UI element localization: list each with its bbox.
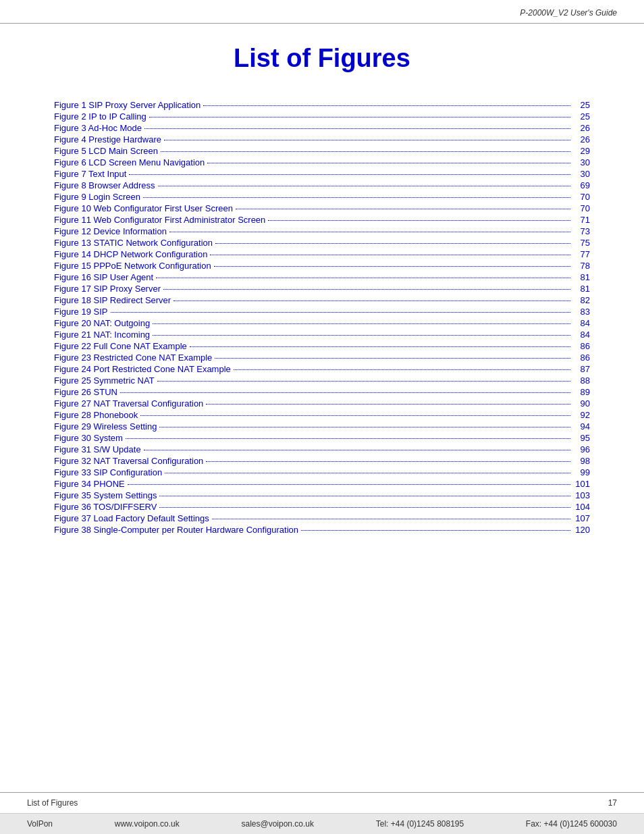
list-item: Figure 2 IP to IP Calling25 — [54, 111, 590, 122]
figure-entry[interactable]: Figure 14 DHCP Network Configuration77 — [54, 249, 590, 259]
figure-dots — [190, 346, 570, 347]
figure-entry[interactable]: Figure 26 STUN89 — [54, 387, 590, 397]
list-item: Figure 34 PHONE101 — [54, 479, 590, 489]
figure-entry[interactable]: Figure 7 Text Input30 — [54, 169, 590, 179]
figure-label[interactable]: Figure 37 Load Factory Default Settings — [54, 513, 209, 523]
figure-entry[interactable]: Figure 24 Port Restricted Cone NAT Examp… — [54, 364, 590, 374]
figure-entry[interactable]: Figure 23 Restricted Cone NAT Example86 — [54, 353, 590, 363]
figure-label[interactable]: Figure 19 SIP — [54, 307, 108, 317]
figure-label[interactable]: Figure 38 Single-Computer per Router Har… — [54, 525, 298, 535]
list-item: Figure 20 NAT: Outgoing84 — [54, 318, 590, 328]
figure-label[interactable]: Figure 18 SIP Redirect Server — [54, 295, 171, 305]
figure-label[interactable]: Figure 25 Symmetric NAT — [54, 375, 155, 386]
figure-entry[interactable]: Figure 3 Ad-Hoc Mode26 — [54, 123, 590, 133]
figure-label[interactable]: Figure 29 Wireless Setting — [54, 421, 157, 432]
figure-label[interactable]: Figure 8 Browser Address — [54, 180, 155, 190]
figure-label[interactable]: Figure 17 SIP Proxy Server — [54, 284, 161, 294]
figure-page-number: 78 — [573, 261, 590, 271]
figure-label[interactable]: Figure 11 Web Configurator First Adminis… — [54, 215, 265, 225]
list-item: Figure 29 Wireless Setting94 — [54, 421, 590, 432]
page-header: P-2000W_V2 User's Guide — [0, 0, 644, 24]
figure-label[interactable]: Figure 34 PHONE — [54, 479, 125, 489]
figure-entry[interactable]: Figure 38 Single-Computer per Router Har… — [54, 525, 590, 535]
figure-label[interactable]: Figure 10 Web Configurator First User Sc… — [54, 203, 233, 213]
figure-label[interactable]: Figure 12 Device Information — [54, 226, 167, 236]
email[interactable]: sales@voipon.co.uk — [241, 819, 314, 829]
figure-entry[interactable]: Figure 36 TOS/DIFFSERV104 — [54, 502, 590, 512]
list-item: Figure 4 Prestige Hardware26 — [54, 134, 590, 145]
figure-entry[interactable]: Figure 35 System Settings103 — [54, 490, 590, 500]
figure-entry[interactable]: Figure 17 SIP Proxy Server81 — [54, 284, 590, 294]
figure-entry[interactable]: Figure 4 Prestige Hardware26 — [54, 134, 590, 145]
figure-label[interactable]: Figure 36 TOS/DIFFSERV — [54, 502, 157, 512]
figure-entry[interactable]: Figure 11 Web Configurator First Adminis… — [54, 215, 590, 225]
figure-entry[interactable]: Figure 13 STATIC Network Configuration75 — [54, 238, 590, 248]
list-item: Figure 13 STATIC Network Configuration75 — [54, 238, 590, 248]
figure-entry[interactable]: Figure 29 Wireless Setting94 — [54, 421, 590, 432]
figure-label[interactable]: Figure 15 PPPoE Network Configuration — [54, 261, 211, 271]
figure-label[interactable]: Figure 24 Port Restricted Cone NAT Examp… — [54, 364, 231, 374]
figure-entry[interactable]: Figure 10 Web Configurator First User Sc… — [54, 203, 590, 213]
figure-entry[interactable]: Figure 12 Device Information73 — [54, 226, 590, 236]
figure-dots — [215, 358, 570, 359]
figure-entry[interactable]: Figure 32 NAT Traversal Configuration98 — [54, 456, 590, 466]
figure-page-number: 101 — [573, 479, 590, 489]
website[interactable]: www.voipon.co.uk — [115, 819, 180, 829]
figure-label[interactable]: Figure 6 LCD Screen Menu Navigation — [54, 157, 205, 167]
figure-dots — [173, 301, 570, 301]
figure-entry[interactable]: Figure 27 NAT Traversal Configuration90 — [54, 398, 590, 409]
figure-label[interactable]: Figure 16 SIP User Agent — [54, 272, 153, 282]
figure-label[interactable]: Figure 5 LCD Main Screen — [54, 146, 158, 156]
figure-label[interactable]: Figure 21 NAT: Incoming — [54, 330, 150, 340]
figure-page-number: 73 — [573, 226, 590, 236]
figure-label[interactable]: Figure 35 System Settings — [54, 490, 157, 500]
figure-entry[interactable]: Figure 25 Symmetric NAT88 — [54, 375, 590, 386]
figure-entry[interactable]: Figure 9 Login Screen70 — [54, 192, 590, 202]
figure-page-number: 90 — [573, 398, 590, 409]
figure-dots — [140, 415, 570, 416]
figure-entry[interactable]: Figure 34 PHONE101 — [54, 479, 590, 489]
list-item: Figure 35 System Settings103 — [54, 490, 590, 500]
figure-label[interactable]: Figure 20 NAT: Outgoing — [54, 318, 150, 328]
figure-entry[interactable]: Figure 22 Full Cone NAT Example86 — [54, 341, 590, 351]
figure-label[interactable]: Figure 28 Phonebook — [54, 410, 138, 420]
figure-label[interactable]: Figure 7 Text Input — [54, 169, 126, 179]
figure-entry[interactable]: Figure 19 SIP83 — [54, 307, 590, 317]
figure-label[interactable]: Figure 31 S/W Update — [54, 444, 141, 454]
figure-label[interactable]: Figure 30 System — [54, 433, 123, 443]
figure-label[interactable]: Figure 4 Prestige Hardware — [54, 134, 161, 145]
figure-entry[interactable]: Figure 6 LCD Screen Menu Navigation30 — [54, 157, 590, 167]
list-item: Figure 6 LCD Screen Menu Navigation30 — [54, 157, 590, 167]
figure-label[interactable]: Figure 3 Ad-Hoc Mode — [54, 123, 142, 133]
figure-dots — [143, 197, 570, 198]
figure-entry[interactable]: Figure 5 LCD Main Screen29 — [54, 146, 590, 156]
figure-entry[interactable]: Figure 28 Phonebook92 — [54, 410, 590, 420]
figure-page-number: 70 — [573, 203, 590, 213]
figure-label[interactable]: Figure 13 STATIC Network Configuration — [54, 238, 213, 248]
figure-entry[interactable]: Figure 37 Load Factory Default Settings1… — [54, 513, 590, 523]
figure-entry[interactable]: Figure 8 Browser Address69 — [54, 180, 590, 190]
figure-label[interactable]: Figure 27 NAT Traversal Configuration — [54, 398, 203, 409]
figure-entry[interactable]: Figure 33 SIP Configuration99 — [54, 467, 590, 477]
figure-label[interactable]: Figure 14 DHCP Network Configuration — [54, 249, 207, 259]
figure-entry[interactable]: Figure 1 SIP Proxy Server Application25 — [54, 100, 590, 110]
figure-dots — [234, 369, 570, 370]
main-content: List of Figures Figure 1 SIP Proxy Serve… — [0, 24, 644, 792]
figure-label[interactable]: Figure 22 Full Cone NAT Example — [54, 341, 187, 351]
figure-entry[interactable]: Figure 21 NAT: Incoming84 — [54, 330, 590, 340]
figure-label[interactable]: Figure 33 SIP Configuration — [54, 467, 162, 477]
figure-entry[interactable]: Figure 20 NAT: Outgoing84 — [54, 318, 590, 328]
figure-entry[interactable]: Figure 2 IP to IP Calling25 — [54, 111, 590, 122]
figure-label[interactable]: Figure 9 Login Screen — [54, 192, 140, 202]
figure-entry[interactable]: Figure 30 System95 — [54, 433, 590, 443]
figure-entry[interactable]: Figure 18 SIP Redirect Server82 — [54, 295, 590, 305]
figure-label[interactable]: Figure 32 NAT Traversal Configuration — [54, 456, 203, 466]
figure-label[interactable]: Figure 23 Restricted Cone NAT Example — [54, 353, 212, 363]
figure-entry[interactable]: Figure 16 SIP User Agent81 — [54, 272, 590, 282]
figure-entry[interactable]: Figure 31 S/W Update96 — [54, 444, 590, 454]
figure-entry[interactable]: Figure 15 PPPoE Network Configuration78 — [54, 261, 590, 271]
figure-label[interactable]: Figure 26 STUN — [54, 387, 117, 397]
figure-label[interactable]: Figure 1 SIP Proxy Server Application — [54, 100, 200, 110]
figure-label[interactable]: Figure 2 IP to IP Calling — [54, 111, 146, 122]
list-item: Figure 14 DHCP Network Configuration77 — [54, 249, 590, 259]
